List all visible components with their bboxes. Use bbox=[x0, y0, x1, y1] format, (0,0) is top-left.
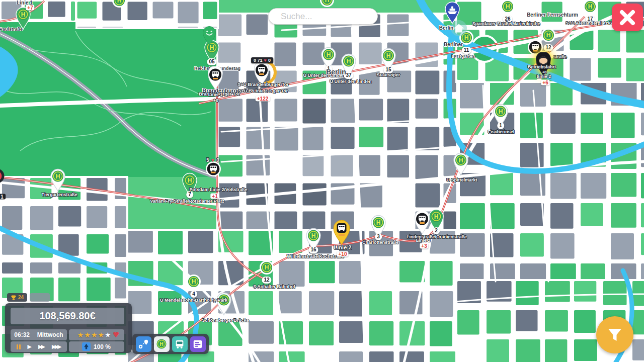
trophy-icon bbox=[11, 295, 17, 301]
map-label: Varian-Fry-Straße/Potsdamer Platz bbox=[150, 199, 224, 204]
time-display: 06:32 Mittwoch bbox=[11, 329, 67, 340]
bus-stop-pin[interactable]: H bbox=[452, 152, 469, 177]
stop-number-badge: 11 bbox=[462, 47, 471, 54]
map-label: straße bbox=[553, 54, 567, 59]
svg-text:H: H bbox=[386, 52, 391, 59]
count-badge: 1 bbox=[0, 194, 6, 200]
line-terminus-marker[interactable] bbox=[0, 167, 6, 187]
filter-button[interactable] bbox=[596, 316, 633, 353]
pause-button[interactable] bbox=[16, 344, 21, 349]
map-label: 0 bbox=[216, 157, 219, 163]
map-label: Linie 2 bbox=[334, 244, 352, 250]
play-button[interactable]: ▶ bbox=[28, 344, 32, 349]
map-label: S+U Brandenburger Tor bbox=[237, 82, 289, 87]
delay-badge: +7 bbox=[26, 5, 34, 11]
map-label: Staatsoper bbox=[377, 72, 400, 77]
stop-number-badge: 16 bbox=[308, 246, 318, 253]
bus-stop-marker[interactable]: H bbox=[583, 0, 598, 16]
achievements-button[interactable]: 24 bbox=[7, 293, 27, 302]
svg-text:H: H bbox=[325, 0, 330, 4]
money-value: 108,569.80€ bbox=[39, 310, 95, 322]
map-label: U Mendelssohn-Bartholdy-Park bbox=[160, 298, 227, 303]
fastest-forward-button[interactable]: ▶▶▶ bbox=[52, 344, 61, 349]
map-label: Lustgarten bbox=[452, 54, 475, 59]
bus-stop-pin[interactable]: H bbox=[215, 292, 232, 317]
eco-tree-icon bbox=[82, 342, 91, 351]
map-label: S Anhalter Bahnhof bbox=[253, 284, 295, 289]
bus-stop-marker[interactable]: H bbox=[500, 0, 515, 16]
svg-text:H: H bbox=[327, 51, 331, 58]
map-label: Linie 2 bbox=[537, 74, 551, 79]
search-input[interactable] bbox=[268, 8, 378, 25]
stop-number-badge: 2 bbox=[433, 227, 440, 234]
bus-stop-marker[interactable]: H bbox=[186, 274, 201, 291]
svg-text:H: H bbox=[588, 3, 593, 10]
stop-number-badge: 05 bbox=[207, 58, 216, 65]
map-label: Betriebsfahrt bbox=[528, 64, 556, 69]
stop-number-badge: 7 bbox=[186, 191, 193, 198]
svg-text:H: H bbox=[311, 232, 316, 239]
svg-text:H: H bbox=[117, 0, 122, 4]
close-icon bbox=[619, 9, 636, 26]
svg-text:H: H bbox=[434, 213, 439, 220]
map-label: Schöneberger Brücke bbox=[202, 318, 249, 323]
satisfaction-smiley-pin[interactable] bbox=[202, 26, 217, 48]
map-label: Linie 2 bbox=[416, 238, 431, 243]
bus-stops-button[interactable]: H bbox=[154, 336, 170, 352]
selected-bus-marker[interactable] bbox=[332, 219, 352, 247]
stop-number-badge: 12 bbox=[543, 44, 553, 51]
star-icon: ★ bbox=[91, 331, 98, 338]
svg-text:H: H bbox=[159, 341, 164, 347]
stop-number-badge: 1 bbox=[497, 122, 504, 129]
map-label: 5 bbox=[206, 157, 209, 163]
map-label: Berlin bbox=[439, 25, 453, 31]
delay-badge: +1 bbox=[210, 194, 219, 199]
map-label: Spandauer Straße/Marienkirche bbox=[472, 21, 540, 26]
svg-text:H: H bbox=[506, 3, 510, 10]
svg-text:H: H bbox=[188, 176, 192, 184]
delay-badge: +122 bbox=[256, 96, 270, 102]
map-label: Paulstraße bbox=[0, 27, 23, 32]
heart-icon: ♥ bbox=[211, 157, 214, 163]
bus-stop-marker[interactable]: H bbox=[259, 260, 274, 277]
svg-text:H: H bbox=[459, 156, 463, 163]
buses-button[interactable] bbox=[172, 336, 188, 352]
bus-marker[interactable] bbox=[205, 161, 221, 179]
map-label: Berlin bbox=[326, 68, 346, 76]
bus-stop-marker[interactable]: H bbox=[112, 0, 127, 10]
weekday-value: Mittwoch bbox=[37, 331, 63, 338]
map-label: Potsdam Linie 2/Voßstraße bbox=[190, 187, 248, 192]
rating-heart-icon: ♥ bbox=[113, 330, 119, 339]
routes-button[interactable] bbox=[136, 336, 151, 352]
star-icon: ★ bbox=[77, 331, 84, 338]
map-label: Charlottenstraße bbox=[362, 240, 398, 245]
svg-text:H: H bbox=[546, 32, 551, 39]
map-label: Berliner bbox=[444, 42, 463, 47]
achievement-slot-empty[interactable] bbox=[30, 293, 50, 302]
achievement-count: 24 bbox=[18, 295, 24, 300]
map-label: Fischerinsel bbox=[488, 129, 515, 134]
svg-text:H: H bbox=[376, 219, 381, 226]
map-label: Linie 1 bbox=[208, 92, 223, 97]
map-label: +0 bbox=[213, 98, 218, 103]
bus-stop-pin[interactable]: H bbox=[49, 168, 66, 194]
map-toolbar: H bbox=[132, 334, 209, 354]
stop-number-badge: 4 bbox=[190, 291, 197, 298]
map-label: S+U B Linie 2-2 ger Tor bbox=[238, 88, 288, 94]
svg-text:H: H bbox=[192, 278, 196, 285]
map-label: U Unter den Linden bbox=[330, 79, 372, 84]
fast-forward-button[interactable]: ▶▶ bbox=[38, 344, 45, 349]
map-label: Berliner Fernsehturm bbox=[527, 12, 578, 18]
bus-stop-h-icon: H bbox=[155, 338, 168, 350]
speed-controls: ▶ ▶▶ ▶▶▶ bbox=[11, 341, 67, 352]
timetable-button[interactable] bbox=[190, 336, 206, 352]
timetable-icon bbox=[192, 338, 203, 349]
svg-text:H: H bbox=[265, 264, 269, 271]
star-icon: ★ bbox=[84, 331, 91, 338]
bus-marker[interactable] bbox=[413, 211, 431, 237]
svg-text:H: H bbox=[56, 172, 60, 179]
close-button[interactable] bbox=[612, 4, 643, 31]
filter-funnel-icon bbox=[606, 326, 623, 343]
map-label: U Spittelmarkt bbox=[446, 177, 477, 183]
bus-icon bbox=[174, 338, 185, 349]
